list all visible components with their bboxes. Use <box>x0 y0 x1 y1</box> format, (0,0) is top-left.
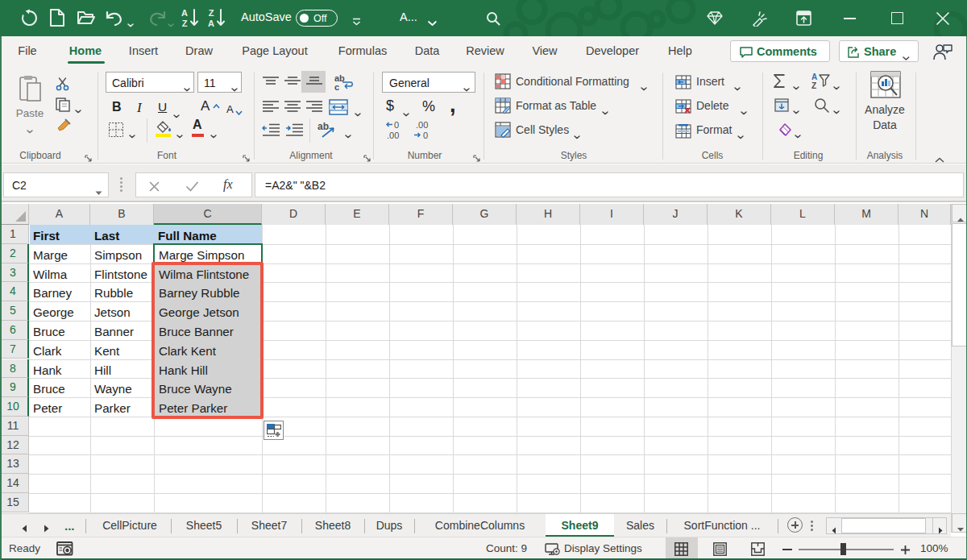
svg-text:A: A <box>208 19 214 28</box>
svg-text:.00: .00 <box>416 120 428 130</box>
svg-text:Z: Z <box>182 19 188 28</box>
svg-text:A: A <box>811 73 817 81</box>
svg-text:Z: Z <box>811 81 816 90</box>
svg-text:.00: .00 <box>387 131 399 140</box>
svg-text:Z: Z <box>209 8 214 18</box>
svg-text:A: A <box>181 8 188 18</box>
svg-text:0: 0 <box>423 131 428 140</box>
svg-text:ab: ab <box>317 121 329 132</box>
svg-text:0: 0 <box>394 120 399 130</box>
svg-text:c: c <box>334 82 339 91</box>
